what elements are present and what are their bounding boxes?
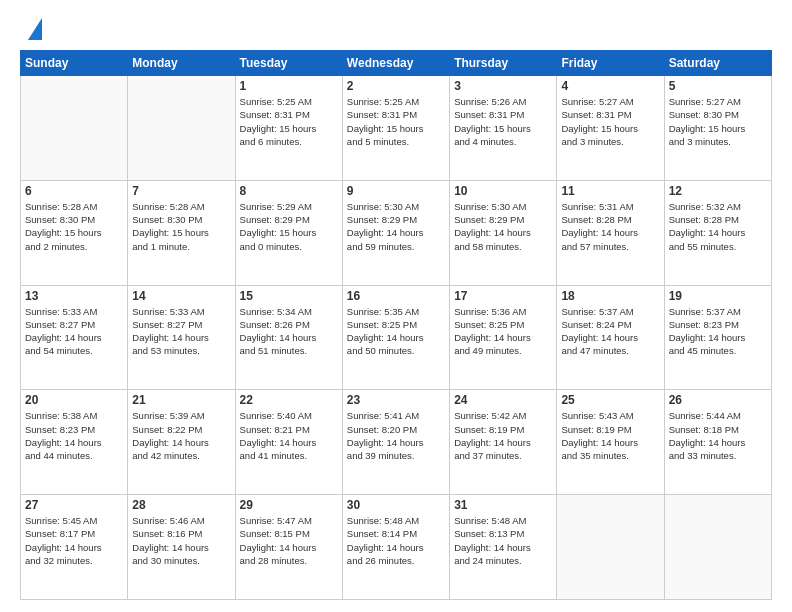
calendar-day-cell — [557, 495, 664, 600]
day-number: 31 — [454, 498, 552, 512]
calendar-day-cell: 11Sunrise: 5:31 AM Sunset: 8:28 PM Dayli… — [557, 180, 664, 285]
day-info: Sunrise: 5:40 AM Sunset: 8:21 PM Dayligh… — [240, 409, 338, 462]
calendar-day-cell: 3Sunrise: 5:26 AM Sunset: 8:31 PM Daylig… — [450, 76, 557, 181]
calendar-day-cell: 26Sunrise: 5:44 AM Sunset: 8:18 PM Dayli… — [664, 390, 771, 495]
day-info: Sunrise: 5:42 AM Sunset: 8:19 PM Dayligh… — [454, 409, 552, 462]
day-info: Sunrise: 5:34 AM Sunset: 8:26 PM Dayligh… — [240, 305, 338, 358]
calendar-day-cell: 19Sunrise: 5:37 AM Sunset: 8:23 PM Dayli… — [664, 285, 771, 390]
day-number: 30 — [347, 498, 445, 512]
weekday-header: Friday — [557, 51, 664, 76]
calendar-header-row: SundayMondayTuesdayWednesdayThursdayFrid… — [21, 51, 772, 76]
calendar-day-cell: 31Sunrise: 5:48 AM Sunset: 8:13 PM Dayli… — [450, 495, 557, 600]
page: SundayMondayTuesdayWednesdayThursdayFrid… — [0, 0, 792, 612]
day-info: Sunrise: 5:37 AM Sunset: 8:24 PM Dayligh… — [561, 305, 659, 358]
day-number: 5 — [669, 79, 767, 93]
day-info: Sunrise: 5:30 AM Sunset: 8:29 PM Dayligh… — [454, 200, 552, 253]
day-info: Sunrise: 5:28 AM Sunset: 8:30 PM Dayligh… — [25, 200, 123, 253]
calendar-day-cell: 15Sunrise: 5:34 AM Sunset: 8:26 PM Dayli… — [235, 285, 342, 390]
day-info: Sunrise: 5:26 AM Sunset: 8:31 PM Dayligh… — [454, 95, 552, 148]
day-info: Sunrise: 5:45 AM Sunset: 8:17 PM Dayligh… — [25, 514, 123, 567]
day-number: 21 — [132, 393, 230, 407]
day-number: 20 — [25, 393, 123, 407]
calendar-day-cell: 23Sunrise: 5:41 AM Sunset: 8:20 PM Dayli… — [342, 390, 449, 495]
calendar-day-cell — [664, 495, 771, 600]
day-number: 1 — [240, 79, 338, 93]
day-number: 4 — [561, 79, 659, 93]
logo-triangle-icon — [28, 18, 42, 40]
day-number: 29 — [240, 498, 338, 512]
day-info: Sunrise: 5:29 AM Sunset: 8:29 PM Dayligh… — [240, 200, 338, 253]
day-info: Sunrise: 5:27 AM Sunset: 8:31 PM Dayligh… — [561, 95, 659, 148]
calendar-day-cell: 5Sunrise: 5:27 AM Sunset: 8:30 PM Daylig… — [664, 76, 771, 181]
calendar-day-cell: 20Sunrise: 5:38 AM Sunset: 8:23 PM Dayli… — [21, 390, 128, 495]
calendar-day-cell: 17Sunrise: 5:36 AM Sunset: 8:25 PM Dayli… — [450, 285, 557, 390]
weekday-header: Tuesday — [235, 51, 342, 76]
day-number: 28 — [132, 498, 230, 512]
calendar-week-row: 20Sunrise: 5:38 AM Sunset: 8:23 PM Dayli… — [21, 390, 772, 495]
calendar-day-cell: 7Sunrise: 5:28 AM Sunset: 8:30 PM Daylig… — [128, 180, 235, 285]
calendar-day-cell: 4Sunrise: 5:27 AM Sunset: 8:31 PM Daylig… — [557, 76, 664, 181]
calendar-day-cell — [21, 76, 128, 181]
calendar-day-cell: 14Sunrise: 5:33 AM Sunset: 8:27 PM Dayli… — [128, 285, 235, 390]
weekday-header: Monday — [128, 51, 235, 76]
calendar-day-cell: 13Sunrise: 5:33 AM Sunset: 8:27 PM Dayli… — [21, 285, 128, 390]
calendar-week-row: 13Sunrise: 5:33 AM Sunset: 8:27 PM Dayli… — [21, 285, 772, 390]
calendar-day-cell: 2Sunrise: 5:25 AM Sunset: 8:31 PM Daylig… — [342, 76, 449, 181]
day-number: 22 — [240, 393, 338, 407]
day-info: Sunrise: 5:30 AM Sunset: 8:29 PM Dayligh… — [347, 200, 445, 253]
day-info: Sunrise: 5:46 AM Sunset: 8:16 PM Dayligh… — [132, 514, 230, 567]
logo — [20, 16, 42, 40]
day-number: 8 — [240, 184, 338, 198]
day-number: 13 — [25, 289, 123, 303]
day-info: Sunrise: 5:48 AM Sunset: 8:14 PM Dayligh… — [347, 514, 445, 567]
day-info: Sunrise: 5:32 AM Sunset: 8:28 PM Dayligh… — [669, 200, 767, 253]
day-number: 10 — [454, 184, 552, 198]
day-info: Sunrise: 5:44 AM Sunset: 8:18 PM Dayligh… — [669, 409, 767, 462]
day-number: 9 — [347, 184, 445, 198]
day-number: 7 — [132, 184, 230, 198]
calendar-day-cell: 21Sunrise: 5:39 AM Sunset: 8:22 PM Dayli… — [128, 390, 235, 495]
day-number: 24 — [454, 393, 552, 407]
calendar-day-cell: 8Sunrise: 5:29 AM Sunset: 8:29 PM Daylig… — [235, 180, 342, 285]
calendar-day-cell: 22Sunrise: 5:40 AM Sunset: 8:21 PM Dayli… — [235, 390, 342, 495]
day-info: Sunrise: 5:48 AM Sunset: 8:13 PM Dayligh… — [454, 514, 552, 567]
day-info: Sunrise: 5:25 AM Sunset: 8:31 PM Dayligh… — [347, 95, 445, 148]
day-info: Sunrise: 5:28 AM Sunset: 8:30 PM Dayligh… — [132, 200, 230, 253]
day-info: Sunrise: 5:39 AM Sunset: 8:22 PM Dayligh… — [132, 409, 230, 462]
day-info: Sunrise: 5:35 AM Sunset: 8:25 PM Dayligh… — [347, 305, 445, 358]
day-number: 17 — [454, 289, 552, 303]
weekday-header: Saturday — [664, 51, 771, 76]
day-number: 19 — [669, 289, 767, 303]
day-number: 14 — [132, 289, 230, 303]
weekday-header: Thursday — [450, 51, 557, 76]
weekday-header: Wednesday — [342, 51, 449, 76]
calendar-day-cell: 10Sunrise: 5:30 AM Sunset: 8:29 PM Dayli… — [450, 180, 557, 285]
weekday-header: Sunday — [21, 51, 128, 76]
calendar-day-cell: 9Sunrise: 5:30 AM Sunset: 8:29 PM Daylig… — [342, 180, 449, 285]
calendar-table: SundayMondayTuesdayWednesdayThursdayFrid… — [20, 50, 772, 600]
day-info: Sunrise: 5:38 AM Sunset: 8:23 PM Dayligh… — [25, 409, 123, 462]
day-info: Sunrise: 5:41 AM Sunset: 8:20 PM Dayligh… — [347, 409, 445, 462]
day-number: 18 — [561, 289, 659, 303]
day-number: 12 — [669, 184, 767, 198]
day-info: Sunrise: 5:27 AM Sunset: 8:30 PM Dayligh… — [669, 95, 767, 148]
day-info: Sunrise: 5:37 AM Sunset: 8:23 PM Dayligh… — [669, 305, 767, 358]
day-number: 16 — [347, 289, 445, 303]
day-info: Sunrise: 5:36 AM Sunset: 8:25 PM Dayligh… — [454, 305, 552, 358]
calendar-day-cell: 28Sunrise: 5:46 AM Sunset: 8:16 PM Dayli… — [128, 495, 235, 600]
calendar-day-cell: 29Sunrise: 5:47 AM Sunset: 8:15 PM Dayli… — [235, 495, 342, 600]
calendar-day-cell: 25Sunrise: 5:43 AM Sunset: 8:19 PM Dayli… — [557, 390, 664, 495]
day-number: 25 — [561, 393, 659, 407]
day-number: 26 — [669, 393, 767, 407]
day-number: 27 — [25, 498, 123, 512]
day-info: Sunrise: 5:33 AM Sunset: 8:27 PM Dayligh… — [25, 305, 123, 358]
day-number: 15 — [240, 289, 338, 303]
calendar-day-cell: 27Sunrise: 5:45 AM Sunset: 8:17 PM Dayli… — [21, 495, 128, 600]
day-number: 3 — [454, 79, 552, 93]
calendar-day-cell: 24Sunrise: 5:42 AM Sunset: 8:19 PM Dayli… — [450, 390, 557, 495]
calendar-week-row: 6Sunrise: 5:28 AM Sunset: 8:30 PM Daylig… — [21, 180, 772, 285]
calendar-day-cell: 18Sunrise: 5:37 AM Sunset: 8:24 PM Dayli… — [557, 285, 664, 390]
day-number: 6 — [25, 184, 123, 198]
day-info: Sunrise: 5:31 AM Sunset: 8:28 PM Dayligh… — [561, 200, 659, 253]
day-info: Sunrise: 5:43 AM Sunset: 8:19 PM Dayligh… — [561, 409, 659, 462]
